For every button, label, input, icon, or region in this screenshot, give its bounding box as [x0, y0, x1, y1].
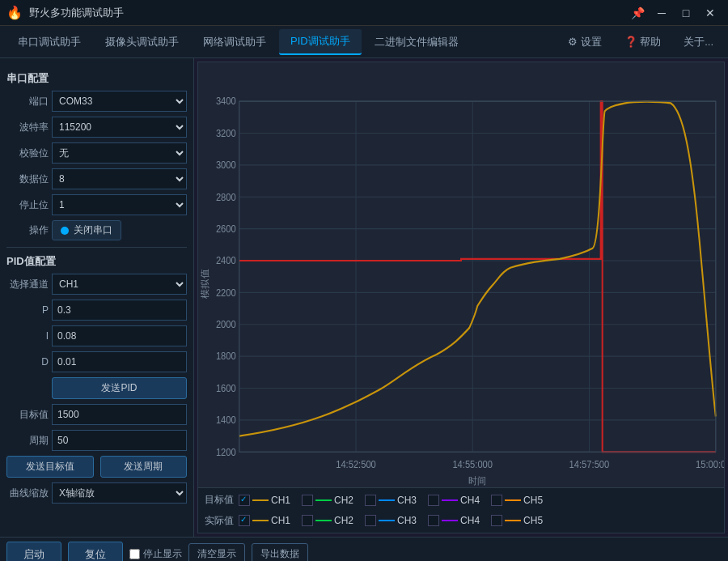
channel-select[interactable]: CH1 CH2 [52, 274, 187, 295]
stop-check: 停止显示 [129, 547, 182, 561]
about-button[interactable]: 关于... [675, 32, 722, 53]
settings-button[interactable]: ⚙ 设置 [560, 32, 610, 53]
stop-display-checkbox[interactable] [129, 549, 140, 559]
legend-check-target-ch1[interactable] [239, 495, 250, 506]
legend-text-target-ch5: CH5 [523, 495, 543, 506]
app-icon: 🔥 [6, 5, 23, 20]
stop-row: 停止位 1 [6, 194, 187, 215]
svg-text:1600: 1600 [216, 382, 236, 393]
parity-select[interactable]: 无 [52, 142, 187, 164]
legend-check-target-ch3[interactable] [365, 495, 376, 506]
baud-select[interactable]: 115200 [52, 117, 187, 138]
legend-text-target-ch4: CH4 [460, 495, 480, 506]
op-row: 操作 关闭串口 [6, 220, 187, 240]
legend-check-actual-ch4[interactable] [428, 515, 439, 526]
period-input[interactable] [52, 430, 187, 451]
stop-label: 停止位 [6, 198, 49, 212]
tab-pid[interactable]: PID调试助手 [279, 29, 362, 55]
legend-line-actual-ch1 [252, 520, 269, 521]
clear-button[interactable]: 清空显示 [188, 543, 245, 561]
i-row: I [6, 325, 187, 346]
i-input[interactable] [52, 325, 187, 346]
window-controls: 📌 ─ □ ✕ [626, 3, 722, 23]
port-select[interactable]: COM33 [52, 91, 187, 112]
actual-legend-label: 实际值 [205, 514, 234, 528]
legend-check-actual-ch3[interactable] [365, 515, 376, 526]
legend-target-ch1: CH1 [239, 495, 290, 506]
legend-line-target-ch3 [379, 499, 395, 501]
svg-text:2000: 2000 [216, 319, 236, 329]
pin-button[interactable]: 📌 [626, 3, 649, 23]
export-button[interactable]: 导出数据 [252, 543, 308, 561]
legend-text-actual-ch2: CH2 [334, 515, 353, 526]
close-serial-label: 关闭串口 [74, 223, 112, 237]
svg-text:1200: 1200 [216, 446, 236, 457]
stop-select[interactable]: 1 [52, 194, 187, 215]
legend-text-target-ch1: CH1 [271, 495, 290, 506]
close-serial-button[interactable]: 关闭串口 [52, 220, 121, 240]
port-label: 端口 [6, 95, 49, 108]
help-button[interactable]: ❓ 帮助 [616, 32, 670, 53]
toggle-dot [61, 227, 69, 235]
tab-serial[interactable]: 串口调试助手 [6, 30, 92, 54]
reset-button[interactable]: 复位 [68, 542, 123, 562]
app-title: 野火多功能调试助手 [29, 6, 620, 20]
p-input[interactable] [52, 300, 187, 321]
d-input[interactable] [52, 351, 187, 372]
legend-line-actual-ch5 [505, 520, 521, 521]
legend-check-actual-ch2[interactable] [302, 515, 313, 526]
svg-text:模拟值: 模拟值 [200, 269, 210, 299]
right-panel: 1200 1400 1600 1800 2000 2200 2400 2600 … [194, 58, 728, 537]
svg-text:3200: 3200 [216, 127, 236, 138]
tab-binary[interactable]: 二进制文件编辑器 [363, 30, 470, 54]
legend-check-target-ch5[interactable] [491, 495, 502, 506]
legend-target-ch2: CH2 [302, 495, 353, 506]
send-period-button[interactable]: 发送周期 [100, 456, 188, 478]
bottom-controls: 启动 复位 停止显示 清空显示 导出数据 [0, 537, 728, 561]
curve-select[interactable]: X轴缩放 Y轴缩放 [52, 482, 187, 504]
d-row: D [6, 351, 187, 372]
send-row: 发送目标值 发送周期 [6, 456, 187, 478]
nav-bar: 串口调试助手 摄像头调试助手 网络调试助手 PID调试助手 二进制文件编辑器 ⚙… [0, 26, 728, 58]
tab-network[interactable]: 网络调试助手 [192, 30, 277, 54]
target-input[interactable] [52, 404, 187, 425]
legend-text-actual-ch4: CH4 [460, 515, 480, 526]
channel-row: 选择通道 CH1 CH2 [6, 274, 187, 295]
divider1 [6, 247, 187, 248]
legend-actual-ch4: CH4 [428, 515, 480, 526]
legend-check-actual-ch1[interactable] [239, 515, 250, 526]
legend-actual-ch2: CH2 [302, 515, 353, 526]
chart-legend: 目标值 CH1 CH2 CH3 [197, 488, 725, 533]
minimize-button[interactable]: ─ [650, 3, 673, 23]
close-button[interactable]: ✕ [699, 3, 722, 23]
pid-config-title: PID值配置 [6, 254, 187, 269]
nav-right: ⚙ 设置 ❓ 帮助 关于... [560, 32, 722, 53]
tab-camera[interactable]: 摄像头调试助手 [94, 30, 190, 54]
send-target-button[interactable]: 发送目标值 [6, 456, 94, 478]
maximize-button[interactable]: □ [675, 3, 697, 23]
legend-actual-ch3: CH3 [365, 515, 417, 526]
svg-text:2200: 2200 [216, 287, 236, 297]
legend-check-actual-ch5[interactable] [491, 515, 502, 526]
chart-area: 1200 1400 1600 1800 2000 2200 2400 2600 … [197, 62, 725, 488]
start-button[interactable]: 启动 [6, 542, 61, 562]
legend-line-actual-ch2 [315, 520, 332, 521]
svg-text:14:52:500: 14:52:500 [336, 459, 376, 470]
data-label: 数据位 [6, 172, 49, 186]
svg-text:2600: 2600 [216, 223, 236, 234]
legend-check-target-ch4[interactable] [428, 495, 439, 506]
data-select[interactable]: 8 [52, 168, 187, 189]
p-label: P [6, 304, 49, 316]
send-pid-button[interactable]: 发送PID [52, 377, 187, 399]
parity-row: 校验位 无 [6, 142, 187, 164]
parity-label: 校验位 [6, 147, 49, 160]
legend-row-target: 目标值 CH1 CH2 CH3 [205, 493, 717, 507]
curve-row: 曲线缩放 X轴缩放 Y轴缩放 [6, 482, 187, 504]
legend-check-target-ch2[interactable] [302, 495, 313, 506]
left-panel: 串口配置 端口 COM33 波特率 115200 校验位 无 数据位 8 [0, 58, 194, 537]
target-label: 目标值 [6, 408, 49, 422]
legend-actual-ch5: CH5 [491, 515, 543, 526]
legend-line-target-ch2 [315, 499, 332, 501]
svg-text:时间: 时间 [468, 474, 487, 485]
op-label: 操作 [6, 223, 49, 237]
